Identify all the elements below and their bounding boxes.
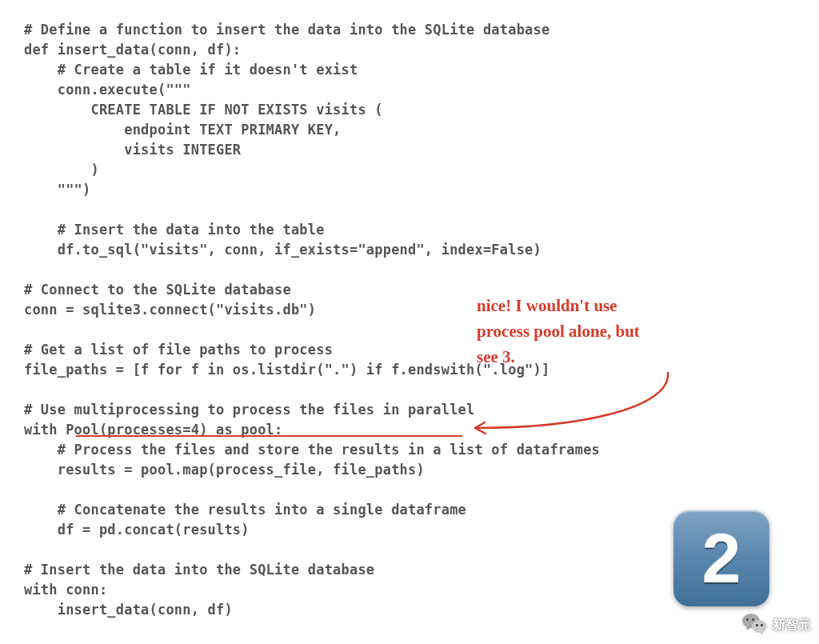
watermark-text: 新智元 <box>773 617 811 634</box>
annotation-line-3: see 3. <box>477 344 685 370</box>
annotation-line-1: nice! I wouldn't use <box>477 293 685 318</box>
annotation-line-2: process pool alone, but <box>477 318 685 344</box>
wechat-icon <box>742 612 768 638</box>
step-badge: 2 <box>673 510 769 606</box>
watermark: 新智元 <box>742 612 811 638</box>
step-badge-number: 2 <box>702 518 741 599</box>
review-annotation: nice! I wouldn't use process pool alone,… <box>477 293 685 370</box>
annotation-underline <box>76 435 462 437</box>
